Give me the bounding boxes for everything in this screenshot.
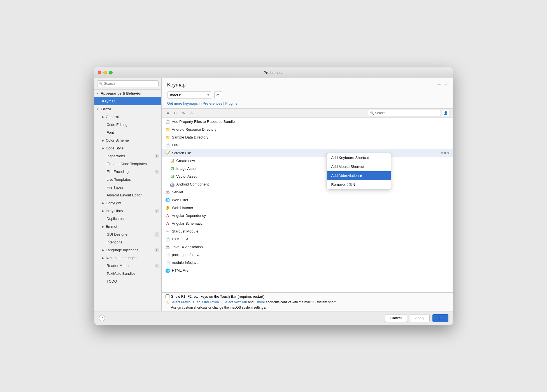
preferences-window: Preferences 🔍 ▼ Appearance & Behavior Ke… [94,67,453,325]
sidebar-item-inspections[interactable]: Inspections ≡ [94,152,161,160]
sidebar-item-intentions[interactable]: Intentions [94,238,161,246]
chevron-right-icon: ▶ [102,202,104,205]
sidebar-item-label: General [106,115,119,119]
edit-button[interactable]: ✎ [180,110,187,116]
context-menu-item-label: Add Abbreviation [331,173,359,178]
sidebar-item-inlay-hints[interactable]: ▶ Inlay Hints ≡ [94,207,161,215]
list-item: A Angular Dependency... [162,212,453,220]
sidebar-item-keymap[interactable]: Keymap [94,97,161,105]
select-next-tab-link[interactable]: Select Next Tab [224,300,247,304]
more-link[interactable]: 3 more [255,300,265,304]
sidebar-item-file-types[interactable]: File Types [94,184,161,191]
sidebar-item-live-templates[interactable]: Live Templates [94,176,161,184]
gear-button[interactable]: ⚙ [214,91,222,99]
search-icon: 🔍 [370,111,374,115]
context-menu-item-remove[interactable]: Remove ⇧⌘N [327,180,391,189]
sidebar-item-natural-languages[interactable]: ▶ Natural Languages [94,254,161,262]
minimize-button[interactable] [103,71,107,74]
sidebar-item-file-encodings[interactable]: File Encodings ≡ [94,168,161,176]
sidebar-item-color-scheme[interactable]: ▶ Color Scheme [94,137,161,144]
sidebar-search-input[interactable] [97,80,159,87]
sidebar-item-label: Natural Languages [106,256,137,260]
ok-button[interactable]: OK [432,314,448,322]
sidebar-item-code-editing[interactable]: Code Editing [94,121,161,129]
context-menu-item-add-keyboard[interactable]: Add Keyboard Shortcut [327,153,391,162]
select-prev-tab-link[interactable]: Select Previous Tab [171,300,201,304]
sidebar-item-code-style[interactable]: ▶ Code Style [94,144,161,152]
item-icon: 📝 [170,159,175,163]
maximize-button[interactable] [109,71,113,74]
sidebar-item-language-injections[interactable]: ▶ Language Injections ≡ [94,246,161,254]
chevron-down-icon: ▼ [97,108,99,111]
sidebar-item-label: Code Style [106,146,124,150]
badge-icon: ≡ [155,209,159,213]
sidebar-search-area: 🔍 [94,78,161,90]
chevron-right-icon: ▶ [102,116,104,118]
toolbar-search-input[interactable] [368,110,441,116]
sidebar-item-textmate-bundles[interactable]: TextMate Bundles [94,270,161,278]
help-button[interactable]: ? [99,315,105,321]
list-item: ☕ JavaFX Application [162,243,453,251]
plugins-link[interactable]: Plugins [225,101,237,105]
context-menu-item-add-abbreviation[interactable]: Add Abbreviation ▶ [327,171,391,180]
item-icon: ☕ [165,190,170,194]
main-content: 🔍 ▼ Appearance & Behavior Keymap ▼ Edito… [94,78,453,311]
expand-button[interactable]: ⊟ [173,110,179,116]
collapse-all-button[interactable]: ≡ [165,110,171,116]
apply-button[interactable]: Apply [410,314,430,322]
touch-bar-checkbox[interactable] [166,294,169,298]
sidebar-item-file-code-templates[interactable]: File and Code Templates [94,160,161,168]
title-bar: Preferences [94,67,453,78]
sidebar-item-label: Code Editing [107,123,127,127]
badge-icon: ≡ [155,248,159,252]
sidebar-item-gui-designer[interactable]: GUI Designer ≡ [94,231,161,238]
list-item: 🌐 HTML File [162,267,453,274]
item-icon: 🖼 [170,174,175,179]
sidebar-item-general[interactable]: ▶ General [94,113,161,121]
sidebar-item-font[interactable]: Font [94,129,161,137]
cancel-button[interactable]: Cancel [385,314,407,322]
sidebar-item-appearance[interactable]: ▼ Appearance & Behavior [94,90,161,97]
item-icon: A [165,221,170,226]
item-label: Sample Data Directory [172,135,209,139]
item-icon: 👂 [165,206,170,210]
find-action-link[interactable]: Find Action... [202,300,222,304]
keymap-select[interactable]: macOS [167,91,212,98]
context-menu-item-add-mouse[interactable]: Add Mouse Shortcut [327,162,391,171]
keymap-toolbar: macOS ▼ ⚙ [167,91,447,99]
item-label: package-info.java [172,253,201,257]
forward-arrow-icon[interactable]: → [444,82,448,87]
sidebar-search-icon: 🔍 [99,82,103,85]
item-icon: 📄 [165,253,170,257]
list-item: 📄 File [162,141,453,149]
item-label: JavaFX Application [172,245,203,249]
item-label: Stardust Module [172,229,199,233]
item-icon: 📁 [165,127,170,132]
item-icon: 📁 [165,135,170,140]
keymap-link: Get more keymaps in Preferences | Plugin… [167,101,238,105]
list-item: A Angular Schematic... [162,220,453,227]
sidebar-item-todo[interactable]: TODO [94,278,161,285]
find-usages-button[interactable]: 👤 [442,110,450,116]
sidebar-item-duplicates[interactable]: Duplicates [94,215,161,223]
list-item-scratch-file[interactable]: 📝 Scratch File ⇧⌘N [162,149,453,157]
chevron-down-icon: ▼ [97,92,99,95]
sidebar-item-emmet[interactable]: ▶ Emmet [94,223,161,231]
window-title: Preferences [264,71,283,75]
close-button[interactable] [98,71,101,74]
item-icon: 📝 [165,151,170,155]
page-title: Keymap [167,82,447,88]
chevron-right-icon: ▶ [102,210,104,212]
sidebar-item-copyright[interactable]: ▶ Copyright [94,199,161,207]
badge-icon: ≡ [155,232,159,237]
sidebar-item-editor[interactable]: ▼ Editor [94,105,161,113]
back-arrow-icon[interactable]: ← [437,82,442,87]
warning-button[interactable]: ⚠ [188,110,195,116]
sidebar-item-android-layout[interactable]: Android Layout Editor [94,191,161,199]
list-item: 🤖 Android Component [162,180,453,188]
keymap-list[interactable]: 📋 Add Property Files to Resource Bundle … [162,118,453,292]
preferences-link[interactable]: Preferences [203,101,222,105]
content-area: ← → Keymap macOS ▼ ⚙ Get more k [162,78,453,311]
cursor-icon: ▶ [360,173,363,178]
sidebar-item-reader-mode[interactable]: Reader Mode ≡ [94,262,161,270]
